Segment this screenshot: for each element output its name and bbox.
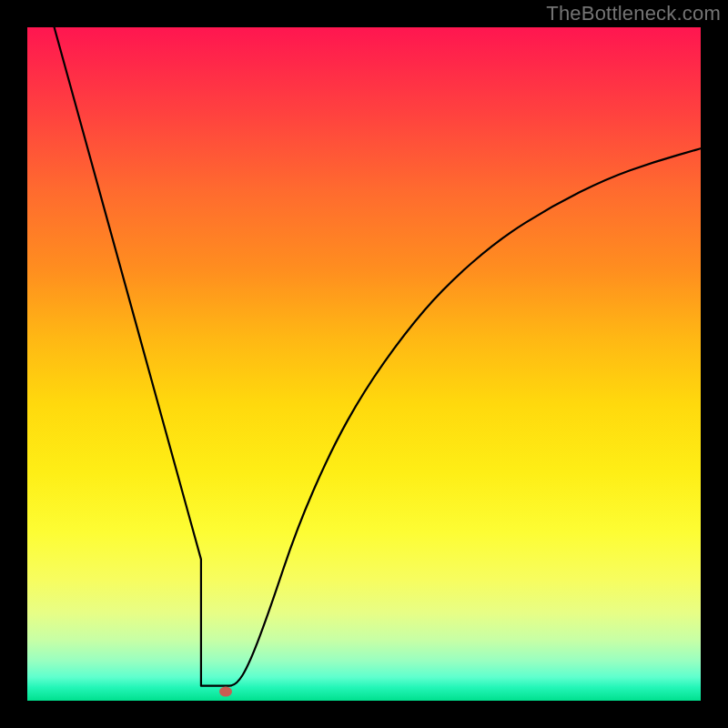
curve-svg — [27, 27, 701, 701]
chart-frame: TheBottleneck.com — [0, 0, 728, 728]
watermark-text: TheBottleneck.com — [546, 2, 721, 25]
curve-path — [55, 27, 701, 686]
marker-dot — [219, 687, 232, 697]
plot-area — [27, 27, 701, 701]
